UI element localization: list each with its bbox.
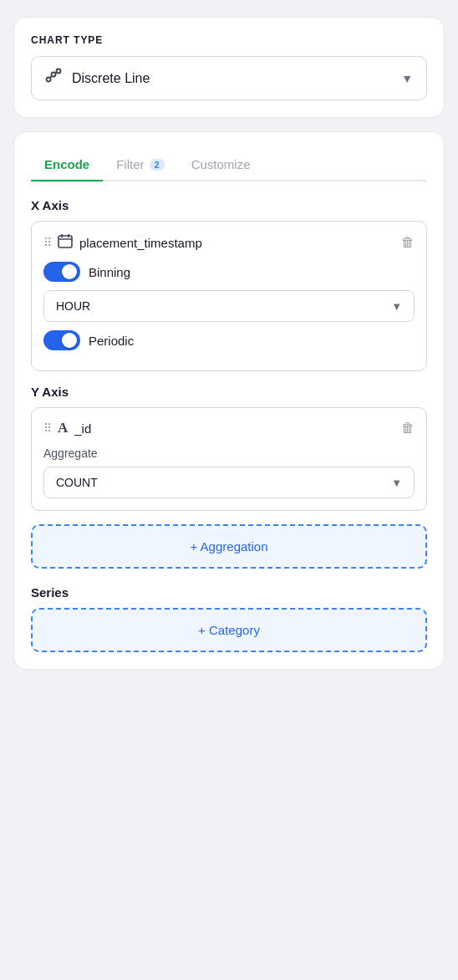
binning-label: Binning	[89, 265, 130, 279]
count-dropdown-chevron: ▼	[391, 477, 402, 489]
add-category-button[interactable]: + Category	[31, 608, 427, 652]
svg-point-2	[57, 69, 61, 74]
chart-type-card: CHART TYPE Discrete Line ▼	[13, 17, 445, 118]
tab-encode[interactable]: Encode	[31, 149, 103, 181]
text-type-icon: A	[58, 420, 68, 436]
binning-toggle-row: Binning	[43, 262, 415, 282]
y-axis-field-card: ⠿ A _id 🗑 Aggregate COUNT ▼	[31, 407, 427, 511]
chart-type-selector[interactable]: Discrete Line ▼	[31, 56, 427, 100]
periodic-label: Periodic	[89, 334, 134, 348]
count-dropdown[interactable]: COUNT ▼	[43, 467, 415, 498]
svg-line-3	[50, 76, 52, 79]
y-axis-label: Y Axis	[31, 385, 427, 399]
svg-line-4	[55, 73, 57, 74]
filter-badge: 2	[150, 159, 165, 171]
x-axis-field-card: ⠿ placement_timestamp 🗑 Binning HOUR ▼ P	[31, 221, 427, 371]
hour-dropdown-chevron: ▼	[391, 300, 402, 313]
chart-type-chevron: ▼	[401, 72, 413, 85]
x-axis-delete-button[interactable]: 🗑	[401, 235, 415, 250]
hour-dropdown[interactable]: HOUR ▼	[43, 290, 415, 322]
y-axis-field-row: ⠿ A _id 🗑	[43, 420, 415, 436]
encode-card: Encode Filter 2 Customize X Axis ⠿ place…	[13, 131, 445, 670]
x-axis-field-name: placement_timestamp	[79, 236, 394, 250]
tabs: Encode Filter 2 Customize	[31, 149, 427, 181]
y-axis-delete-button[interactable]: 🗑	[401, 421, 415, 436]
x-axis-field-row: ⠿ placement_timestamp 🗑	[43, 233, 415, 252]
x-axis-drag-handle[interactable]: ⠿	[43, 236, 51, 249]
series-label: Series	[31, 585, 427, 600]
binning-toggle[interactable]	[43, 262, 80, 282]
svg-rect-5	[59, 236, 72, 248]
x-axis-label: X Axis	[31, 198, 427, 212]
tab-filter[interactable]: Filter 2	[103, 149, 177, 181]
y-axis-field-name: _id	[74, 421, 394, 436]
discrete-line-icon	[45, 67, 64, 89]
hour-dropdown-value: HOUR	[56, 299, 90, 313]
aggregate-label: Aggregate	[43, 447, 415, 460]
count-dropdown-value: COUNT	[56, 476, 98, 489]
periodic-toggle-row: Periodic	[43, 330, 415, 350]
chart-type-value: Discrete Line	[72, 71, 393, 86]
tab-customize[interactable]: Customize	[178, 149, 264, 181]
chart-type-label: CHART TYPE	[31, 34, 427, 46]
calendar-icon	[58, 233, 73, 252]
periodic-toggle[interactable]	[43, 330, 80, 350]
y-axis-drag-handle[interactable]: ⠿	[43, 421, 51, 435]
add-aggregation-button[interactable]: + Aggregation	[31, 524, 427, 569]
